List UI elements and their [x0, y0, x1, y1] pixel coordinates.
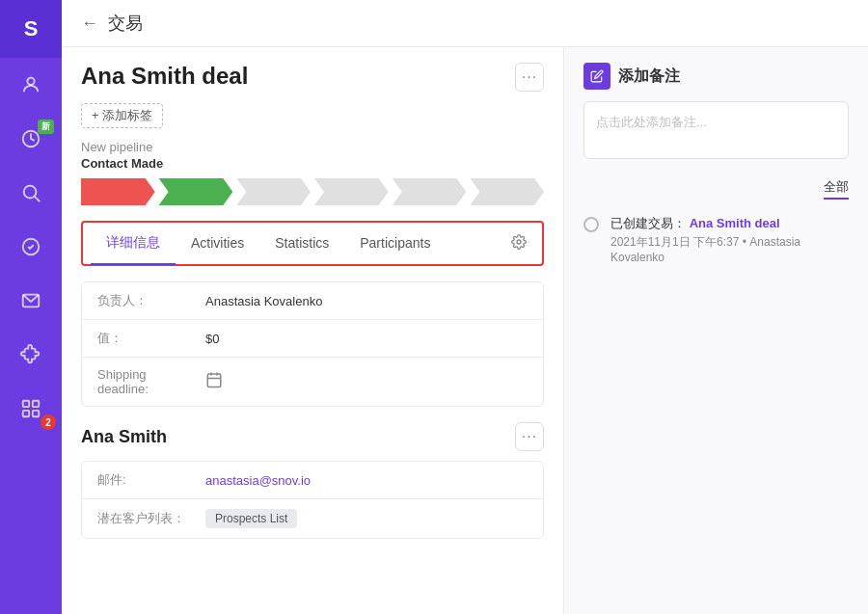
activity-content: 已创建交易： Ana Smith deal 2021年11月1日 下午6:37 …: [610, 215, 849, 264]
list-label: 潜在客户列表：: [97, 510, 194, 527]
sidebar-item-grid[interactable]: 2: [0, 382, 62, 436]
tab-participants[interactable]: Participants: [344, 224, 446, 264]
email-value[interactable]: anastasia@snov.io: [205, 473, 311, 488]
owner-label: 负责人：: [97, 292, 194, 309]
contact-more-button[interactable]: ···: [515, 422, 544, 451]
svg-rect-11: [207, 374, 221, 387]
sidebar: S 新 2: [0, 0, 62, 614]
value-amount: $0: [205, 332, 219, 346]
filter-all-button[interactable]: 全部: [824, 178, 849, 200]
new-badge: 新: [38, 120, 54, 134]
svg-rect-8: [23, 411, 29, 416]
deal-more-button[interactable]: ···: [515, 63, 544, 92]
note-icon: [583, 63, 610, 90]
svg-point-10: [517, 240, 521, 244]
svg-rect-7: [33, 401, 39, 407]
contact-header: Ana Smith ···: [81, 422, 544, 451]
sidebar-item-person[interactable]: [0, 58, 62, 112]
svg-rect-9: [33, 411, 39, 416]
add-tag-button[interactable]: + 添加标签: [81, 103, 163, 128]
grid-badge: 2: [41, 414, 56, 430]
activity-meta: 2021年11月1日 下午6:37 • Anastasia Kovalenko: [610, 234, 849, 264]
pipeline-stage: Contact Made: [81, 156, 544, 171]
field-deadline: Shipping deadline:: [82, 358, 543, 406]
pipeline-step-5[interactable]: [393, 178, 467, 205]
activity-text: 已创建交易： Ana Smith deal: [610, 215, 849, 232]
filter-bar: 全部: [583, 178, 849, 200]
sidebar-logo: S: [0, 0, 62, 58]
contact-fields: 邮件: anastasia@snov.io 潜在客户列表： Prospects …: [81, 461, 544, 539]
pipeline-label: New pipeline: [81, 140, 544, 154]
tab-details[interactable]: 详细信息: [91, 223, 176, 265]
tab-activities[interactable]: Activities: [176, 224, 259, 264]
back-button[interactable]: ←: [81, 13, 98, 34]
svg-point-2: [24, 186, 37, 199]
pipeline-step-1[interactable]: [81, 178, 155, 205]
tabs: 详细信息 Activities Statistics Participants: [83, 223, 542, 264]
tab-settings-icon[interactable]: [503, 227, 534, 261]
pipeline-step-2[interactable]: [159, 178, 233, 205]
pipeline-step-4[interactable]: [314, 178, 389, 205]
field-owner: 负责人： Anastasia Kovalenko: [82, 282, 543, 320]
calendar-icon[interactable]: [205, 371, 223, 392]
deadline-label: Shipping deadline:: [97, 367, 194, 396]
svg-rect-6: [23, 401, 29, 407]
svg-line-3: [35, 197, 40, 201]
sidebar-item-tasks[interactable]: [0, 220, 62, 274]
page-header: ← 交易: [62, 0, 868, 47]
value-label: 值：: [97, 330, 194, 347]
sidebar-item-puzzle[interactable]: [0, 328, 62, 382]
note-input[interactable]: 点击此处添加备注...: [583, 101, 849, 159]
pipeline-step-6[interactable]: [470, 178, 544, 205]
deal-header: Ana Smith deal ···: [81, 63, 544, 92]
pipeline-step-3[interactable]: [236, 178, 311, 205]
sidebar-item-search[interactable]: [0, 166, 62, 220]
note-header: 添加备注: [583, 63, 849, 90]
sidebar-item-mail[interactable]: [0, 274, 62, 328]
note-title: 添加备注: [618, 67, 680, 87]
fields-section: 负责人： Anastasia Kovalenko 值： $0 Shipping …: [81, 281, 544, 407]
main-area: ← 交易 Ana Smith deal ··· + 添加标签 New pipel…: [62, 0, 868, 614]
contact-section: Ana Smith ··· 邮件: anastasia@snov.io 潜在客户…: [81, 422, 544, 539]
email-label: 邮件:: [97, 471, 194, 489]
contact-list-row: 潜在客户列表： Prospects List: [82, 499, 543, 538]
left-panel: Ana Smith deal ··· + 添加标签 New pipeline C…: [62, 47, 563, 614]
pipeline-progress: [81, 178, 544, 205]
right-panel: 添加备注 点击此处添加备注... 全部 已创建交易： Ana Smith dea…: [563, 47, 868, 614]
deal-title: Ana Smith deal: [81, 63, 248, 90]
tab-statistics[interactable]: Statistics: [259, 224, 344, 264]
owner-value: Anastasia Kovalenko: [205, 294, 322, 308]
field-value: 值： $0: [82, 320, 543, 358]
activity-deal-name: Ana Smith deal: [690, 216, 780, 230]
activity-item: 已创建交易： Ana Smith deal 2021年11月1日 下午6:37 …: [583, 215, 849, 264]
svg-point-0: [27, 78, 34, 85]
content-area: Ana Smith deal ··· + 添加标签 New pipeline C…: [62, 47, 868, 614]
contact-email-row: 邮件: anastasia@snov.io: [82, 462, 543, 499]
tabs-container: 详细信息 Activities Statistics Participants: [81, 221, 544, 266]
page-title: 交易: [108, 12, 143, 35]
contact-title: Ana Smith: [81, 427, 167, 447]
prospects-badge[interactable]: Prospects List: [205, 509, 297, 528]
activity-radio[interactable]: [583, 217, 599, 232]
sidebar-item-deals[interactable]: 新: [0, 112, 62, 166]
